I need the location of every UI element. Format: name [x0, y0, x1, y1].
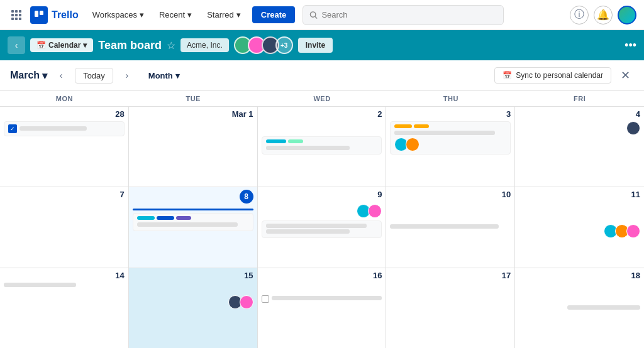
checkbox-icon: ✓	[8, 124, 17, 133]
mini-avatar-dark-fri4	[626, 121, 640, 135]
more-options-button[interactable]: •••	[625, 39, 636, 52]
create-button[interactable]: Create	[252, 6, 295, 23]
card-wed2[interactable]	[262, 136, 382, 155]
card-wed9[interactable]	[262, 220, 382, 238]
svg-rect-1	[15, 10, 18, 13]
trello-logo-icon	[30, 6, 48, 24]
calendar-cell-tue-1[interactable]: Mar 1	[129, 107, 258, 187]
search-bar[interactable]	[303, 5, 504, 25]
svg-point-11	[311, 11, 316, 16]
day-header-mon: Mon	[0, 91, 129, 106]
svg-rect-9	[35, 11, 38, 17]
day-header-fri: Fri	[515, 91, 644, 106]
calendar-icon: 📅	[36, 41, 46, 50]
workspace-badge[interactable]: Acme, Inc.	[180, 38, 229, 52]
date-8: 8	[240, 190, 253, 204]
calendar-grid: 28 ✓ Mar 1 2	[0, 107, 644, 348]
calendar-cell-fri-18[interactable]: 18	[515, 268, 644, 348]
star-button[interactable]: ☆	[167, 40, 175, 52]
calendar-cell-wed-16[interactable]: 16	[258, 268, 387, 348]
collapse-sidebar-button[interactable]: ‹	[8, 36, 25, 54]
notification-icon[interactable]: 🔔	[594, 6, 613, 24]
search-input[interactable]	[321, 10, 497, 19]
calendar-cell-thu-10[interactable]: 10	[386, 187, 515, 267]
calendar-week-2: 7 8 9	[0, 187, 644, 268]
svg-rect-0	[11, 10, 14, 13]
trello-logo-text: Trello	[52, 9, 79, 21]
user-avatar[interactable]	[618, 6, 636, 24]
close-calendar-button[interactable]: ✕	[616, 67, 634, 84]
mini-avatar-pink-11	[626, 224, 640, 238]
nav-right-icons: ⓘ 🔔	[570, 6, 636, 24]
day-header-tue: Tue	[129, 91, 258, 106]
calendar-cell-mon-14[interactable]: 14	[0, 268, 129, 348]
next-month-button[interactable]: ›	[118, 67, 136, 84]
calendar-week-1: 28 ✓ Mar 1 2	[0, 107, 644, 187]
calendar-view-badge[interactable]: 📅 Calendar ▾	[30, 38, 93, 52]
info-icon[interactable]: ⓘ	[570, 6, 589, 24]
calendar-cell-fri-11[interactable]: 11	[515, 187, 644, 267]
card-tue8[interactable]	[133, 213, 253, 231]
view-selector[interactable]: Month ▾	[148, 71, 180, 80]
date-28: 28	[4, 109, 125, 119]
svg-rect-7	[15, 18, 18, 20]
member-avatar-plus[interactable]: +3	[275, 36, 293, 54]
calendar-week-3: 14 15 16 17	[0, 268, 644, 348]
day-header-wed: Wed	[258, 91, 387, 106]
recent-menu[interactable]: Recent ▾	[153, 6, 198, 23]
mini-avatar-pink-15	[240, 295, 253, 309]
card-thu3[interactable]	[390, 121, 511, 155]
mini-avatar-orange	[406, 138, 419, 151]
today-button[interactable]: Today	[75, 68, 113, 84]
calendar-cell-tue-8[interactable]: 8	[129, 187, 258, 267]
invite-button[interactable]: Invite	[298, 38, 333, 53]
member-avatars: +3	[234, 36, 293, 54]
svg-rect-5	[19, 14, 21, 16]
calendar-cell-fri-4[interactable]: 4	[515, 107, 644, 187]
grid-menu-icon[interactable]	[8, 6, 25, 24]
trello-logo[interactable]: Trello	[30, 6, 79, 24]
calendar-area: March ▾ ‹ Today › Month ▾ 📅 Sync to pers…	[0, 60, 644, 348]
svg-rect-10	[40, 11, 43, 15]
workspaces-menu[interactable]: Workspaces ▾	[86, 6, 150, 23]
search-icon	[309, 11, 318, 19]
today-indicator	[133, 209, 253, 210]
svg-rect-3	[11, 14, 14, 16]
svg-rect-4	[15, 14, 18, 16]
mini-avatar-pink-9	[368, 204, 382, 218]
calendar-cell-thu-3[interactable]: 3	[386, 107, 515, 187]
top-navigation: Trello Workspaces ▾ Recent ▾ Starred ▾ C…	[0, 0, 644, 30]
calendar-cell-wed-9[interactable]: 9	[258, 187, 387, 267]
starred-menu[interactable]: Starred ▾	[201, 6, 247, 23]
svg-rect-8	[19, 18, 21, 20]
day-header-thu: Thu	[386, 91, 515, 106]
calendar-header: March ▾ ‹ Today › Month ▾ 📅 Sync to pers…	[0, 60, 644, 91]
svg-rect-6	[11, 18, 14, 20]
month-selector[interactable]: March ▾	[10, 70, 47, 82]
calendar-cell-wed-2[interactable]: 2	[258, 107, 387, 187]
svg-rect-2	[19, 10, 21, 13]
sync-calendar-button[interactable]: 📅 Sync to personal calendar	[494, 67, 611, 84]
checkbox-empty	[262, 295, 269, 303]
board-navigation: ‹ 📅 Calendar ▾ Team board ☆ Acme, Inc. +…	[0, 30, 644, 60]
svg-line-12	[315, 16, 317, 18]
prev-month-button[interactable]: ‹	[52, 67, 70, 84]
card-text	[19, 126, 87, 131]
card-mon28[interactable]: ✓	[4, 121, 125, 136]
calendar-cell-tue-15[interactable]: 15	[129, 268, 258, 348]
calendar-sync-icon: 📅	[502, 71, 512, 80]
board-title: Team board	[98, 39, 162, 52]
calendar-cell-mon-28[interactable]: 28 ✓	[0, 107, 129, 187]
calendar-cell-thu-17[interactable]: 17	[386, 268, 515, 348]
calendar-days-header: Mon Tue Wed Thu Fri	[0, 91, 644, 107]
calendar-cell-mon-7[interactable]: 7	[0, 187, 129, 267]
